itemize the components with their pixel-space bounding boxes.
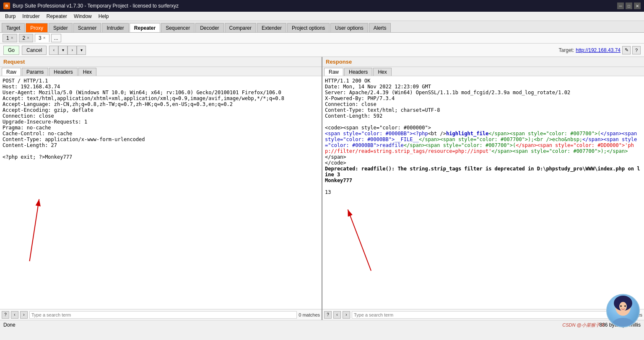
- request-search-input[interactable]: [29, 311, 297, 319]
- cancel-button[interactable]: Cancel: [22, 46, 47, 55]
- menu-intruder[interactable]: Intruder: [19, 13, 43, 20]
- tab-user-options[interactable]: User options: [330, 23, 368, 32]
- svg-point-8: [620, 305, 622, 307]
- main-tabbar: Target Proxy Spider Scanner Intruder Rep…: [0, 21, 644, 33]
- request-raw-text: POST / HTTP/1.1 Host: 192.168.43.74 User…: [3, 78, 319, 160]
- request-search-help[interactable]: ?: [2, 311, 9, 319]
- response-search-prev[interactable]: ‹: [333, 311, 341, 319]
- nav-prev-button[interactable]: ‹: [49, 46, 58, 55]
- request-tab-raw[interactable]: Raw: [2, 68, 21, 76]
- request-tabs: Raw Params Headers Hex: [0, 67, 322, 76]
- request-search-prev[interactable]: ‹: [11, 311, 18, 319]
- minimize-button[interactable]: ─: [617, 3, 624, 9]
- response-search-next[interactable]: ›: [343, 311, 350, 319]
- tab-comparer[interactable]: Comparer: [225, 23, 256, 32]
- response-search-bar: ? ‹ › 0 matches: [322, 309, 644, 320]
- request-tab-hex[interactable]: Hex: [78, 68, 96, 76]
- nav-next-button[interactable]: ›: [68, 46, 77, 55]
- request-tab-params[interactable]: Params: [22, 68, 48, 76]
- nav-buttons: ‹ ▾ › ▾: [49, 46, 86, 55]
- tab-decoder[interactable]: Decoder: [195, 23, 223, 32]
- avatar-image: [606, 294, 640, 327]
- svg-point-5: [611, 318, 635, 327]
- tab-project-options[interactable]: Project options: [287, 23, 330, 32]
- nav-prev-dropdown[interactable]: ▾: [58, 46, 68, 55]
- maximize-button[interactable]: □: [626, 3, 632, 9]
- response-raw-text: HTTP/1.1 200 OK Date: Mon, 14 Nov 2022 1…: [325, 78, 641, 195]
- watermark: CSDN @小菜猴子 X: [562, 322, 604, 328]
- repeater-tab-2-close[interactable]: ×: [27, 36, 29, 40]
- svg-line-1: [29, 199, 39, 261]
- tab-extender[interactable]: Extender: [257, 23, 286, 32]
- repeater-tab-3-close[interactable]: ×: [43, 36, 46, 40]
- request-header: Request: [0, 57, 322, 67]
- response-panel: Response Raw Headers Hex HTTP/1.1 200 OK…: [322, 57, 644, 320]
- menu-help[interactable]: Help: [95, 13, 112, 20]
- close-button[interactable]: ✕: [634, 3, 641, 9]
- response-content: HTTP/1.1 200 OK Date: Mon, 14 Nov 2022 1…: [322, 76, 644, 309]
- titlebar-controls: ─ □ ✕: [617, 3, 641, 9]
- avatar-svg: [607, 295, 639, 327]
- request-panel: Request Raw Params Headers Hex POST / HT…: [0, 57, 322, 320]
- repeater-tab-1-label: 1: [6, 35, 9, 41]
- titlebar: B Burp Suite Professional v1.7.30 - Temp…: [0, 0, 644, 12]
- toolbar: Go Cancel ‹ ▾ › ▾ Target: http://192.168…: [0, 44, 644, 57]
- menu-burp[interactable]: Burp: [2, 13, 19, 20]
- nav-next-dropdown[interactable]: ▾: [77, 46, 86, 55]
- tab-spider[interactable]: Spider: [49, 23, 73, 32]
- request-tab-headers[interactable]: Headers: [49, 68, 77, 76]
- response-search-input[interactable]: [352, 311, 619, 319]
- request-search-next[interactable]: ›: [20, 311, 28, 319]
- repeater-tab-3-label: 3: [39, 35, 42, 41]
- repeater-tab-2-label: 2: [23, 35, 26, 41]
- titlebar-left: B Burp Suite Professional v1.7.30 - Temp…: [3, 3, 179, 9]
- request-search-bar: ? ‹ › 0 matches: [0, 309, 322, 320]
- response-tab-headers[interactable]: Headers: [344, 68, 372, 76]
- target-url[interactable]: http://192.168.43.74: [576, 47, 621, 53]
- response-tab-hex[interactable]: Hex: [373, 68, 391, 76]
- menubar: Burp Intruder Repeater Window Help: [0, 12, 644, 21]
- tab-target[interactable]: Target: [2, 23, 25, 32]
- response-search-help[interactable]: ?: [324, 311, 332, 319]
- repeater-tab-1[interactable]: 1 ×: [3, 34, 17, 42]
- response-header: Response: [322, 57, 644, 67]
- main-content: Request Raw Params Headers Hex POST / HT…: [0, 57, 644, 320]
- svg-line-3: [348, 209, 371, 270]
- repeater-tab-add[interactable]: ...: [51, 34, 61, 42]
- statusbar-left: Done: [3, 322, 16, 328]
- tab-alerts[interactable]: Alerts: [369, 23, 391, 32]
- tab-sequencer[interactable]: Sequencer: [161, 23, 195, 32]
- tab-scanner[interactable]: Scanner: [73, 23, 101, 32]
- menu-window[interactable]: Window: [70, 13, 95, 20]
- app-icon: B: [3, 3, 10, 9]
- toolbar-left: Go Cancel ‹ ▾ › ▾: [3, 46, 86, 55]
- request-matches-count: 0 matches: [299, 312, 320, 317]
- repeater-tab-1-close[interactable]: ×: [11, 36, 13, 40]
- statusbar: Done 836 bytes | 2 millis: [0, 320, 644, 329]
- tab-intruder[interactable]: Intruder: [102, 23, 128, 32]
- target-edit-button[interactable]: ✎: [622, 46, 631, 54]
- titlebar-title: Burp Suite Professional v1.7.30 - Tempor…: [13, 3, 179, 9]
- tab-proxy[interactable]: Proxy: [26, 23, 48, 32]
- repeater-tab-2[interactable]: 2 ×: [19, 34, 34, 42]
- svg-point-9: [624, 305, 626, 307]
- menu-repeater[interactable]: Repeater: [43, 13, 70, 20]
- target-help-button[interactable]: ?: [632, 46, 641, 54]
- request-content: POST / HTTP/1.1 Host: 192.168.43.74 User…: [0, 76, 322, 309]
- go-button[interactable]: Go: [3, 46, 19, 55]
- response-tab-raw[interactable]: Raw: [324, 68, 343, 76]
- target-info: Target: http://192.168.43.74 ✎ ?: [559, 46, 641, 54]
- repeater-tabbar: 1 × 2 × 3 × ...: [0, 33, 644, 44]
- target-label: Target:: [559, 47, 574, 53]
- tab-repeater[interactable]: Repeater: [130, 23, 160, 32]
- repeater-tab-3[interactable]: 3 ×: [35, 34, 49, 42]
- response-tabs: Raw Headers Hex: [322, 67, 644, 76]
